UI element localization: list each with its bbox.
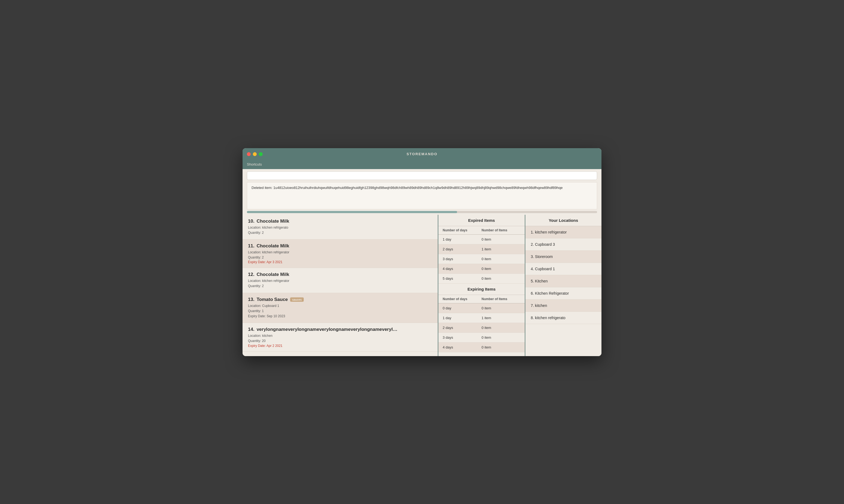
col-days-header: Number of days xyxy=(443,228,482,232)
shortcuts-label: Shortcuts xyxy=(247,162,262,166)
item-name: 12. Chocolate Milk xyxy=(248,272,432,277)
minimize-button[interactable] xyxy=(253,152,257,156)
item-title: Chocolate Milk xyxy=(257,219,289,224)
expired-row: 2 days 1 item xyxy=(438,245,525,254)
item-tag: sauces xyxy=(290,298,304,302)
expiring-days-2: 2 days xyxy=(443,326,482,330)
expiring-table-header: Number of days Number of Items xyxy=(438,295,525,303)
expired-items-2: 1 item xyxy=(482,247,520,251)
list-item: 11. Chocolate Milk Location: kitchen ref… xyxy=(243,239,438,268)
location-item: 4. Cupboard 1 xyxy=(525,263,601,275)
expiring-days-4: 4 days xyxy=(443,345,482,349)
close-button[interactable] xyxy=(247,152,251,156)
location-item: 3. Storeroom xyxy=(525,251,601,263)
item-location: Location: Cupboard 1 xyxy=(248,303,432,308)
expiring-row: 3 days 0 item xyxy=(438,333,525,343)
item-name: 10. Chocolate Milk xyxy=(248,219,432,224)
item-quantity: Quantity: 20 xyxy=(248,339,432,344)
list-item: 10. Chocolate Milk Location: kitchen ref… xyxy=(243,215,438,239)
expiring-days-1: 1 day xyxy=(443,316,482,320)
item-quantity: Quantity: 2 xyxy=(248,255,432,260)
notification-text: Deleted item: 1u4812uioeo812hruihuihrdiu… xyxy=(252,186,562,190)
expired-row: 1 day 0 item xyxy=(438,235,525,245)
item-expiry-normal: Expiry Date: Sep 10 2023 xyxy=(248,314,432,319)
locations-header: Your Locations xyxy=(525,215,601,226)
expired-table-header: Number of days Number of Items xyxy=(438,226,525,235)
titlebar: STOREMANDO xyxy=(243,148,601,160)
list-item: 12. Chocolate Milk Location: kitchen ref… xyxy=(243,268,438,293)
expired-days-2: 2 days xyxy=(443,247,482,251)
notification-bar: Deleted item: 1u4812uioeo812hruihuihrdiu… xyxy=(247,182,597,209)
expiring-items-2: 0 item xyxy=(482,326,520,330)
expiring-section-header: Expiring Items xyxy=(438,284,525,295)
item-number: 14. xyxy=(248,327,254,332)
expired-section-header: Expired Items xyxy=(438,215,525,226)
item-name: 11. Chocolate Milk xyxy=(248,243,432,249)
expired-items-5: 0 item xyxy=(482,276,520,281)
item-title: Tomato Sauce xyxy=(257,297,288,302)
location-item: 6. Kitchen Refrigerator xyxy=(525,287,601,300)
item-name: 14. verylongnameverylongnameverylongname… xyxy=(248,327,432,332)
maximize-button[interactable] xyxy=(259,152,263,156)
item-quantity: Quantity: 2 xyxy=(248,284,432,289)
item-location: Location: kitchen refrigerator xyxy=(248,278,432,284)
expired-days-3: 3 days xyxy=(443,257,482,261)
item-number: 10. xyxy=(248,219,254,224)
expiring-days-0: 0 day xyxy=(443,306,482,310)
right-panel[interactable]: Your Locations 1. kitchen refrigerator 2… xyxy=(525,215,601,356)
expiring-row: 2 days 0 item xyxy=(438,323,525,333)
expiring-items-0: 0 item xyxy=(482,306,520,310)
item-name: 13. Tomato Sauce sauces xyxy=(248,297,432,302)
expiring-items-4: 0 item xyxy=(482,345,520,349)
expiring-row: 4 days 0 item xyxy=(438,343,525,352)
expiring-row: 0 day 0 item xyxy=(438,303,525,313)
expired-days-4: 4 days xyxy=(443,267,482,271)
app-window: STOREMANDO Shortcuts Deleted item: 1u481… xyxy=(243,148,601,356)
search-bar xyxy=(243,169,601,182)
expired-items-3: 0 item xyxy=(482,257,520,261)
item-title: Chocolate Milk xyxy=(257,243,289,249)
middle-panel[interactable]: Expired Items Number of days Number of I… xyxy=(438,215,525,356)
list-item: 13. Tomato Sauce sauces Location: Cupboa… xyxy=(243,293,438,323)
expired-row: 4 days 0 item xyxy=(438,264,525,274)
horizontal-scrollbar-row xyxy=(243,209,601,215)
item-title: Chocolate Milk xyxy=(257,272,289,277)
item-expiry: Expiry Date: Apr 2 2021 xyxy=(248,344,432,348)
expired-days-5: 5 days xyxy=(443,276,482,281)
location-item: 8. kitchen refrigerato xyxy=(525,312,601,324)
location-item: 2. Cupboard 3 xyxy=(525,238,601,251)
item-number: 12. xyxy=(248,272,254,277)
search-input[interactable] xyxy=(247,171,597,180)
expiring-days-3: 3 days xyxy=(443,336,482,340)
item-quantity: Quantity: 2 xyxy=(248,230,432,235)
item-location: Location: kitchen refrigerator xyxy=(248,250,432,255)
expiring-items-3: 0 item xyxy=(482,336,520,340)
horizontal-scrollbar[interactable] xyxy=(247,211,597,213)
shortcuts-bar: Shortcuts xyxy=(243,160,601,169)
expiring-items-1: 1 item xyxy=(482,316,520,320)
item-quantity: Quantity: 1 xyxy=(248,308,432,314)
app-title: STOREMANDO xyxy=(407,152,437,156)
expired-row: 3 days 0 item xyxy=(438,254,525,264)
horizontal-scrollbar-thumb[interactable] xyxy=(247,211,457,213)
col-items-header: Number of Items xyxy=(482,228,520,232)
main-content: 10. Chocolate Milk Location: kitchen ref… xyxy=(243,215,601,356)
expired-items-4: 0 item xyxy=(482,267,520,271)
left-panel[interactable]: 10. Chocolate Milk Location: kitchen ref… xyxy=(243,215,438,356)
traffic-lights xyxy=(247,152,263,156)
expired-row: 5 days 0 item xyxy=(438,274,525,284)
location-item: 1. kitchen refrigerator xyxy=(525,226,601,238)
item-title: verylongnameverylongnameverylongnamevery… xyxy=(257,327,398,332)
item-location: Location: kitchen xyxy=(248,333,432,339)
expiring-row: 1 day 1 item xyxy=(438,313,525,323)
item-number: 13. xyxy=(248,297,254,302)
col-items-header-2: Number of Items xyxy=(482,297,520,301)
location-item: 5. Kitchen xyxy=(525,275,601,287)
item-expiry: Expiry Date: Apr 3 2021 xyxy=(248,260,432,264)
location-item: 7. kitchen xyxy=(525,300,601,312)
list-item: 14. verylongnameverylongnameverylongname… xyxy=(243,323,438,352)
col-days-header-2: Number of days xyxy=(443,297,482,301)
item-location: Location: kitchen refrigerato xyxy=(248,225,432,230)
expired-days-1: 1 day xyxy=(443,237,482,241)
item-number: 11. xyxy=(248,243,254,249)
